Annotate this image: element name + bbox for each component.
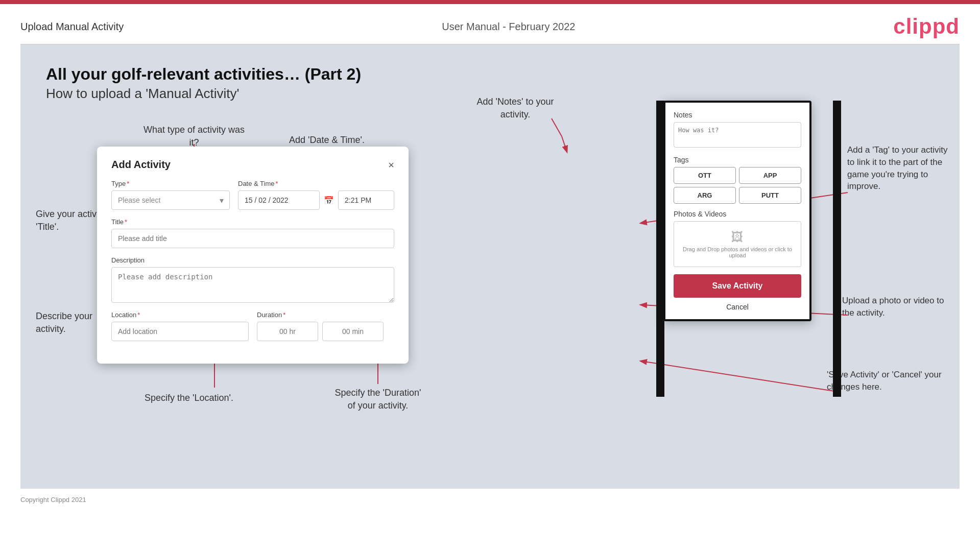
- type-datetime-row: Type* Please select Date & Time* 📅: [111, 180, 394, 210]
- copyright: Copyright Clippd 2021: [20, 496, 86, 504]
- callout-tag: Add a 'Tag' to your activity to link it …: [847, 144, 954, 193]
- modal-title: Add Activity: [111, 159, 171, 171]
- title-input[interactable]: [111, 229, 394, 248]
- footer: Copyright Clippd 2021: [0, 489, 980, 511]
- datetime-label: Date & Time*: [238, 180, 394, 187]
- location-group: Location*: [111, 311, 249, 341]
- notes-textarea[interactable]: [674, 122, 801, 148]
- tag-arg[interactable]: ARG: [674, 187, 736, 204]
- duration-hr-input[interactable]: [257, 322, 318, 341]
- svg-line-17: [641, 361, 838, 392]
- add-activity-modal: Add Activity × Type* Please select Date …: [97, 147, 409, 364]
- page-title: Upload Manual Activity: [20, 21, 124, 33]
- save-activity-button[interactable]: Save Activity: [674, 274, 801, 298]
- logo-text: clippd: [893, 14, 960, 38]
- phone-right-bar: [833, 101, 841, 397]
- callout-save: 'Save Activity' or 'Cancel' your changes…: [827, 369, 954, 393]
- duration-group: Duration*: [257, 311, 394, 341]
- location-duration-row: Location* Duration*: [111, 311, 394, 341]
- tags-label: Tags: [674, 156, 801, 164]
- tag-ott[interactable]: OTT: [674, 167, 736, 184]
- description-group: Description: [111, 256, 394, 303]
- type-select-wrapper: Please select: [111, 190, 230, 210]
- photos-upload-box[interactable]: 🖼 Drag and Drop photos and videos or cli…: [674, 221, 801, 267]
- type-group: Type* Please select: [111, 180, 230, 210]
- description-label: Description: [111, 256, 394, 264]
- app-mockup: Notes Tags OTT APP ARG PUTT Photos & Vid…: [663, 101, 811, 321]
- callout-location: Specify the 'Location'.: [138, 392, 240, 404]
- callout-upload: Upload a photo or video to the activity.: [842, 295, 954, 319]
- title-group: Title*: [111, 218, 394, 248]
- description-textarea[interactable]: [111, 267, 394, 303]
- header-subtitle: User Manual - February 2022: [442, 21, 575, 33]
- type-label: Type*: [111, 180, 230, 187]
- upload-text: Drag and Drop photos and videos or click…: [678, 246, 797, 258]
- callout-duration: Specify the 'Duration' of your activity.: [322, 387, 434, 412]
- date-time-row: 📅: [238, 190, 394, 210]
- phone-left-bar: [656, 101, 664, 397]
- top-bar: [0, 0, 980, 4]
- title-label: Title*: [111, 218, 394, 226]
- callout-notes: Add 'Notes' to your activity.: [469, 95, 561, 121]
- duration-label: Duration*: [257, 311, 394, 319]
- main-content: All your golf-relevant activities… (Part…: [20, 44, 960, 489]
- location-input[interactable]: [111, 322, 249, 341]
- notes-section-label: Notes: [674, 111, 801, 119]
- header: Upload Manual Activity User Manual - Feb…: [0, 4, 980, 44]
- tags-section: Tags OTT APP ARG PUTT: [674, 156, 801, 204]
- type-select[interactable]: Please select: [111, 190, 230, 210]
- tags-grid: OTT APP ARG PUTT: [674, 167, 801, 204]
- cancel-link[interactable]: Cancel: [674, 303, 801, 311]
- modal-close-button[interactable]: ×: [388, 160, 394, 170]
- time-input[interactable]: [338, 190, 394, 210]
- calendar-icon: 📅: [324, 196, 334, 205]
- upload-icon: 🖼: [731, 230, 744, 244]
- date-input[interactable]: [238, 190, 320, 210]
- clippd-logo: clippd: [893, 14, 960, 39]
- tag-putt[interactable]: PUTT: [739, 187, 801, 204]
- tag-app[interactable]: APP: [739, 167, 801, 184]
- modal-header: Add Activity ×: [111, 159, 394, 171]
- callout-date-time: Add 'Date & Time'.: [281, 134, 373, 147]
- datetime-group: Date & Time* 📅: [238, 180, 394, 210]
- photos-section: Photos & Videos 🖼 Drag and Drop photos a…: [674, 210, 801, 267]
- location-label: Location*: [111, 311, 249, 319]
- duration-row: [257, 322, 394, 341]
- duration-min-input[interactable]: [322, 322, 384, 341]
- svg-line-14: [562, 136, 567, 152]
- photos-label: Photos & Videos: [674, 210, 801, 218]
- big-title: All your golf-relevant activities… (Part…: [46, 65, 934, 84]
